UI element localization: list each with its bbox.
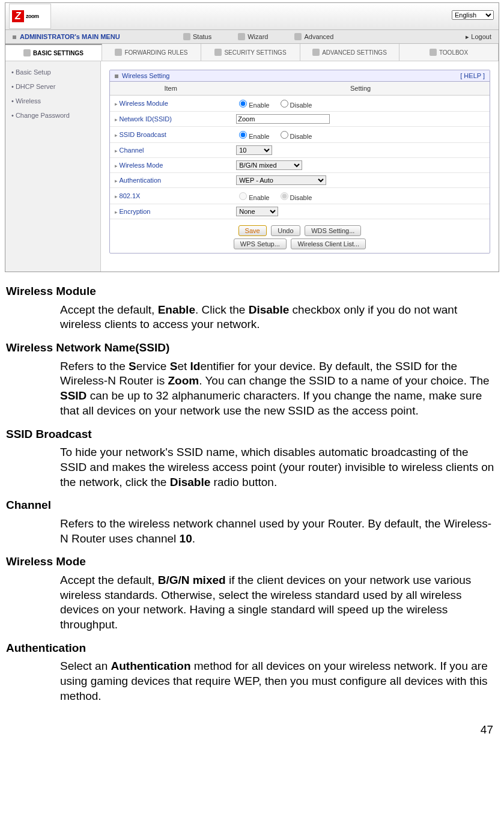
help-link[interactable]: [ HELP ] [460, 72, 485, 79]
heading-ssid-broadcast: SSID Broadcast [6, 427, 498, 442]
router-screenshot: Z zoom English ADMINISTRATOR's MAIN MENU… [5, 2, 499, 272]
top-bar: Z zoom English [5, 3, 499, 30]
tab-security-settings[interactable]: SECURITY SETTINGS [201, 44, 300, 61]
wireless-module-disable[interactable] [281, 100, 288, 108]
documentation-text: Wireless Module Accept the default, Enab… [5, 284, 499, 723]
sub-tabs: BASIC SETTINGS FORWARDING RULES SECURITY… [5, 44, 499, 61]
channel-select[interactable]: 10 [236, 145, 272, 155]
main-menu: ADMINISTRATOR's MAIN MENU Status Wizard … [5, 30, 499, 44]
menu-advanced[interactable]: Advanced [281, 33, 347, 40]
row-network-id: Network ID(SSID) [110, 112, 490, 127]
row-channel: Channel 10 [110, 143, 490, 158]
8021x-disable[interactable] [281, 192, 288, 200]
wireless-client-list-button[interactable]: Wireless Client List... [291, 238, 366, 249]
advset-icon [312, 49, 320, 56]
col-setting: Setting [231, 82, 490, 96]
heading-ssid: Wireless Network Name(SSID) [6, 341, 498, 356]
para-wireless-module: Accept the default, Enable. Click the Di… [60, 303, 498, 332]
sidebar-item-change-password[interactable]: • Change Password [5, 108, 100, 123]
row-wireless-module: Wireless Module Enable Disable [110, 96, 490, 112]
menu-logout[interactable]: ▸ Logout [466, 33, 499, 41]
heading-wireless-mode: Wireless Mode [6, 554, 498, 569]
ssid-broadcast-disable[interactable] [281, 131, 288, 139]
row-encryption: Encryption None [110, 204, 490, 219]
col-item: Item [110, 82, 231, 96]
forwarding-icon [115, 49, 122, 56]
toolbox-icon [430, 49, 437, 56]
menu-wizard[interactable]: Wizard [225, 33, 281, 40]
row-8021x: 802.1X Enable Disable [110, 188, 490, 204]
settings-table: Item Setting Wireless Module Enable Disa… [110, 82, 490, 219]
language-selector[interactable]: English [452, 10, 494, 20]
row-authentication: Authentication WEP - Auto [110, 173, 490, 188]
encryption-select[interactable]: None [236, 207, 278, 216]
logo-z-icon: Z [12, 10, 24, 22]
row-wireless-mode: Wireless Mode B/G/N mixed [110, 158, 490, 173]
tab-advanced-settings[interactable]: ADVANCED SETTINGS [300, 44, 399, 61]
tab-forwarding-rules[interactable]: FORWARDING RULES [102, 44, 201, 61]
menu-status[interactable]: Status [170, 33, 225, 40]
basic-icon [23, 49, 31, 56]
sidebar-item-basic-setup[interactable]: • Basic Setup [5, 65, 100, 79]
ssid-input[interactable] [236, 114, 330, 124]
row-ssid-broadcast: SSID Broadcast Enable Disable [110, 127, 490, 143]
para-channel: Refers to the wireless network channel u… [60, 517, 498, 546]
panel-title: Wireless Setting [122, 72, 169, 79]
wireless-mode-select[interactable]: B/G/N mixed [236, 160, 302, 170]
undo-button[interactable]: Undo [271, 225, 300, 236]
security-icon [214, 49, 222, 56]
advanced-icon [294, 33, 302, 40]
logo: Z zoom [9, 4, 51, 29]
8021x-enable[interactable] [239, 192, 247, 200]
main-menu-title: ADMINISTRATOR's MAIN MENU [5, 33, 170, 40]
para-ssid-broadcast: To hide your network's SSID name, which … [60, 445, 498, 490]
status-icon [183, 33, 190, 40]
para-ssid: Refers to the Service Set Identifier for… [60, 359, 498, 419]
save-button[interactable]: Save [238, 225, 267, 236]
sidebar-item-wireless[interactable]: • Wireless [5, 94, 100, 108]
authentication-select[interactable]: WEP - Auto [236, 175, 326, 185]
heading-authentication: Authentication [6, 641, 498, 656]
para-wireless-mode: Accept the default, B/G/N mixed if the c… [60, 573, 498, 633]
tab-toolbox[interactable]: TOOLBOX [399, 44, 499, 61]
content-area: • Basic Setup • DHCP Server • Wireless •… [5, 61, 499, 272]
heading-channel: Channel [6, 498, 498, 513]
ssid-broadcast-enable[interactable] [239, 131, 247, 139]
button-row: Save Undo WDS Setting... WPS Setup... Wi… [110, 219, 490, 253]
wds-setting-button[interactable]: WDS Setting... [305, 225, 361, 236]
heading-wireless-module: Wireless Module [6, 284, 498, 299]
wps-setup-button[interactable]: WPS Setup... [234, 238, 287, 249]
wireless-module-enable[interactable] [239, 100, 247, 108]
wireless-setting-panel: Wireless Setting [ HELP ] Item Setting W… [109, 70, 490, 254]
sidebar: • Basic Setup • DHCP Server • Wireless •… [5, 61, 101, 272]
panel-header: Wireless Setting [ HELP ] [110, 70, 490, 82]
wizard-icon [238, 33, 245, 40]
tab-basic-settings[interactable]: BASIC SETTINGS [5, 44, 102, 61]
language-select[interactable]: English [452, 10, 494, 20]
sidebar-item-dhcp-server[interactable]: • DHCP Server [5, 79, 100, 94]
page-number: 47 [5, 723, 499, 742]
main-panel: Wireless Setting [ HELP ] Item Setting W… [101, 61, 499, 272]
para-authentication: Select an Authentication method for all … [60, 659, 498, 703]
logo-text: zoom [26, 13, 39, 19]
